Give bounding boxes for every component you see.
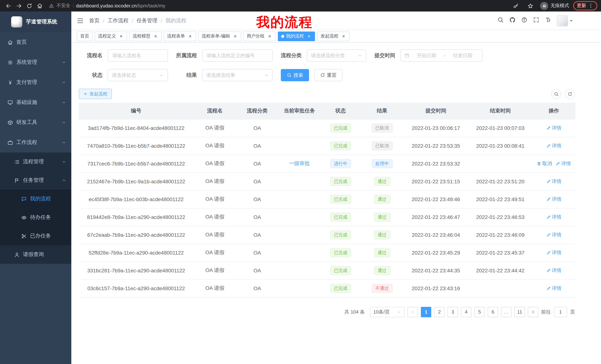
- sidebar-item-task-management[interactable]: 任务管理: [0, 171, 71, 190]
- tab-close-icon[interactable]: ×: [267, 34, 272, 39]
- tab-close-icon[interactable]: ×: [306, 34, 312, 39]
- passwords-key-button[interactable]: [511, 1, 521, 10]
- cell-name: OA 请假: [193, 190, 236, 208]
- navbar-search-button[interactable]: [497, 17, 504, 25]
- detail-link[interactable]: 详情: [546, 267, 561, 274]
- incognito-icon-wrap: [540, 2, 548, 10]
- cancel-link[interactable]: 取消: [537, 160, 552, 167]
- sidebar-item-system[interactable]: 系统管理: [0, 52, 71, 72]
- pager-page-1[interactable]: 1: [421, 307, 431, 317]
- detail-link[interactable]: 详情: [546, 285, 561, 292]
- create-process-button[interactable]: 发起流程: [79, 89, 112, 99]
- detail-label: 详情: [552, 285, 561, 292]
- category-select[interactable]: 请选择流程分类: [307, 49, 366, 62]
- view-tab-process-form-edit[interactable]: 流程表单-编辑×: [198, 31, 241, 41]
- result-label: 结果: [176, 72, 197, 78]
- detail-label: 详情: [552, 178, 561, 185]
- view-tab-process-form[interactable]: 流程表单×: [164, 31, 196, 41]
- edit-icon: [546, 215, 551, 219]
- pager-page-11[interactable]: 11: [514, 307, 525, 317]
- sidebar-item-infrastructure[interactable]: 基础设施: [0, 92, 71, 112]
- refresh-table-button[interactable]: [565, 89, 575, 99]
- cell-id: 2152467e-7b9b-11ec-9a1b-acde48001122: [79, 172, 193, 190]
- sidebar-item-done-tasks[interactable]: 已办任务: [0, 227, 71, 245]
- detail-link[interactable]: 详情: [546, 196, 561, 203]
- detail-link[interactable]: 详情: [556, 160, 571, 167]
- submit-time-range-picker[interactable]: 开始日期 - 结束日期: [401, 49, 482, 62]
- toggle-search-button[interactable]: [551, 89, 561, 99]
- process-name-input[interactable]: [108, 49, 168, 62]
- sidebar-item-home[interactable]: 首页: [0, 32, 71, 52]
- refresh-icon: [320, 73, 325, 77]
- detail-link[interactable]: 详情: [546, 249, 561, 256]
- breadcrumb-item-0[interactable]: 首页: [89, 17, 100, 24]
- pager-page-2[interactable]: 2: [434, 307, 445, 317]
- tab-close-icon[interactable]: ×: [153, 34, 158, 39]
- home-icon: [7, 39, 13, 45]
- pager-page-6[interactable]: 6: [488, 307, 498, 317]
- view-tab-start-process[interactable]: 发起流程×: [317, 31, 350, 41]
- browser-back-button[interactable]: [4, 1, 13, 10]
- view-tab-process-definition[interactable]: 流程定义×: [95, 31, 127, 41]
- tab-close-icon[interactable]: ×: [232, 34, 238, 39]
- page-size-select[interactable]: 10条/页: [370, 307, 404, 317]
- help-button[interactable]: [521, 17, 527, 25]
- sidebar-item-process-management[interactable]: 流程管理: [0, 153, 71, 171]
- calendar-icon: [404, 53, 409, 58]
- status-select[interactable]: 请选择状态: [108, 69, 168, 81]
- cell-status: 已完成: [321, 137, 361, 155]
- app-logo[interactable]: 芋道管理系统: [0, 11, 71, 32]
- sidebar-item-label: 系统管理: [16, 59, 37, 66]
- reset-button[interactable]: 重置: [314, 69, 342, 81]
- fullscreen-button[interactable]: [533, 17, 539, 25]
- cell-actions: 详情: [532, 190, 575, 208]
- sidebar-item-leave-query[interactable]: 请假查询: [0, 245, 71, 264]
- cell-id: 819442e8-7b9a-11ec-a290-acde48001122: [79, 208, 193, 226]
- view-tab-my-process[interactable]: 我的流程×: [278, 31, 315, 41]
- browser-reload-button[interactable]: [25, 1, 34, 10]
- current-task-link[interactable]: 一级审批: [289, 160, 310, 166]
- detail-link[interactable]: 详情: [546, 214, 561, 220]
- sidebar-item-payment[interactable]: 支付管理: [0, 72, 71, 92]
- tab-close-icon[interactable]: ×: [341, 34, 346, 39]
- pager-page-5[interactable]: 5: [474, 307, 485, 317]
- view-tab-user-group[interactable]: 用户分组×: [243, 31, 276, 41]
- sidebar-item-workflow[interactable]: 工作流程: [0, 133, 71, 153]
- breadcrumb-item-2[interactable]: 任务管理: [137, 17, 158, 24]
- tab-close-icon[interactable]: ×: [119, 34, 124, 39]
- browser-home-button[interactable]: [35, 1, 44, 10]
- address-bar[interactable]: 不安全 dashboard.yudao.iocoder.cn/bpm/task/…: [49, 3, 507, 9]
- detail-link[interactable]: 详情: [546, 231, 561, 238]
- pager-page-4[interactable]: 4: [461, 307, 471, 317]
- bookmark-star-button[interactable]: [526, 1, 535, 10]
- detail-link[interactable]: 详情: [546, 143, 561, 149]
- sidebar-item-label: 待办任务: [30, 214, 51, 221]
- user-menu[interactable]: [557, 15, 573, 26]
- cell-end-time: 2022-01-23 00:08:41: [468, 137, 532, 155]
- view-tab-process-model[interactable]: 流程模型×: [129, 31, 161, 41]
- cell-submit-time: 2022-01-22 23:46:47: [403, 208, 468, 226]
- result-select[interactable]: 请选择流结果: [202, 69, 273, 81]
- pager-page-3[interactable]: 3: [448, 307, 458, 317]
- next-page-button[interactable]: [528, 307, 538, 317]
- goto-page-input[interactable]: [554, 307, 567, 317]
- search-button[interactable]: 搜索: [281, 69, 309, 81]
- detail-link[interactable]: 详情: [546, 125, 561, 131]
- github-button[interactable]: [509, 17, 516, 25]
- sidebar-item-my-process[interactable]: 我的流程: [0, 190, 71, 208]
- font-size-button[interactable]: [545, 17, 551, 25]
- sidebar-item-todo-tasks[interactable]: 待办任务: [0, 208, 71, 227]
- tab-close-icon[interactable]: ×: [188, 34, 193, 39]
- app-title: 芋道管理系统: [26, 19, 57, 25]
- sidebar-collapse-button[interactable]: [71, 11, 89, 30]
- detail-link[interactable]: 详情: [546, 178, 561, 185]
- sidebar-item-dev-tools[interactable]: 研发工具: [0, 112, 71, 133]
- browser-forward-button[interactable]: [14, 1, 23, 10]
- process-definition-input[interactable]: [202, 49, 273, 62]
- update-button[interactable]: 更新: [573, 1, 597, 10]
- prev-page-button[interactable]: [408, 307, 418, 317]
- pager-ellipsis[interactable]: ...: [501, 307, 511, 317]
- view-tab-home[interactable]: 首页: [77, 31, 92, 41]
- breadcrumb-item-1[interactable]: 工作流程: [108, 17, 129, 24]
- tab-label: 我的流程: [286, 33, 304, 39]
